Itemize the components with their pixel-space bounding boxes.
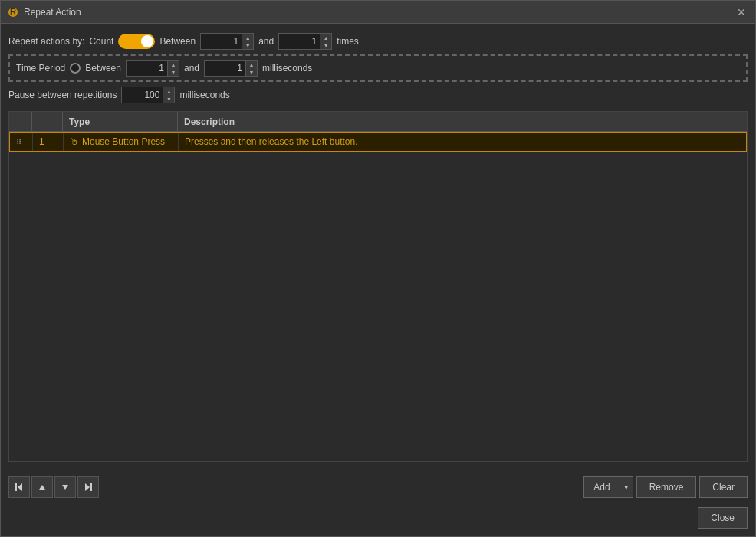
close-window-button[interactable]: ✕ xyxy=(734,5,749,20)
add-button-group: Add ▼ xyxy=(583,476,633,498)
main-content: Repeat actions by: Count Between ▲ ▼ and xyxy=(1,24,755,470)
and-label2: and xyxy=(184,63,199,74)
window-title: Repeat Action xyxy=(24,7,734,18)
count-to-up[interactable]: ▲ xyxy=(320,34,331,41)
time-from-group: ▲ ▼ xyxy=(126,60,179,77)
time-period-row: Time Period Between ▲ ▼ and ▲ xyxy=(16,59,312,77)
count-to-spin: ▲ ▼ xyxy=(320,33,332,50)
table-row[interactable]: ⠿ 1 🖱 Mouse Button Press Presses and the… xyxy=(9,132,747,152)
row-number: 1 xyxy=(33,133,64,151)
count-to-down[interactable]: ▼ xyxy=(320,41,331,49)
col-header-drag xyxy=(9,112,32,131)
repeat-action-window: R Repeat Action ✕ Repeat actions by: Cou… xyxy=(0,0,756,537)
time-from-down[interactable]: ▼ xyxy=(168,68,179,76)
table-body: ⠿ 1 🖱 Mouse Button Press Presses and the… xyxy=(9,132,747,461)
remove-button[interactable]: Remove xyxy=(636,476,697,498)
toggle-thumb xyxy=(141,35,153,47)
time-to-up[interactable]: ▲ xyxy=(246,61,257,68)
window-icon: R xyxy=(7,6,19,18)
count-from-spin: ▲ ▼ xyxy=(242,33,254,50)
nav-last-button[interactable] xyxy=(77,476,99,498)
repeat-by-row: Repeat actions by: Count Between ▲ ▼ and xyxy=(8,31,748,51)
row-type: 🖱 Mouse Button Press xyxy=(64,133,179,151)
time-period-label: Time Period xyxy=(16,63,65,74)
pause-value-input[interactable] xyxy=(121,87,163,103)
milliseconds-label2: milliseconds xyxy=(179,90,229,100)
nav-down-button[interactable] xyxy=(54,476,76,498)
between-label2: Between xyxy=(85,63,121,74)
drag-handle: ⠿ xyxy=(10,133,33,151)
close-bar: Close xyxy=(1,504,755,536)
col-header-desc: Description xyxy=(178,112,747,131)
col-header-num xyxy=(32,112,63,131)
svg-marker-3 xyxy=(18,483,22,491)
between-label1: Between xyxy=(159,36,196,47)
mouse-button-icon: 🖱 xyxy=(70,136,79,147)
count-to-group: ▲ ▼ xyxy=(278,33,332,50)
pause-value-group: ▲ ▼ xyxy=(121,87,175,103)
repeat-by-label: Repeat actions by: xyxy=(8,36,84,47)
add-button[interactable]: Add xyxy=(583,476,619,498)
row-description: Presses and then releases the Left butto… xyxy=(179,133,746,151)
time-to-group: ▲ ▼ xyxy=(204,60,258,77)
count-from-input[interactable] xyxy=(200,33,242,50)
table-header: Type Description xyxy=(9,112,747,132)
time-period-radio[interactable] xyxy=(70,63,81,74)
svg-text:R: R xyxy=(10,7,17,18)
nav-up-button[interactable] xyxy=(31,476,53,498)
time-to-down[interactable]: ▼ xyxy=(246,68,257,76)
time-from-spin: ▲ ▼ xyxy=(168,60,179,77)
action-buttons: Add ▼ Remove Clear xyxy=(583,476,748,498)
svg-marker-7 xyxy=(85,483,90,491)
svg-rect-2 xyxy=(15,483,17,491)
options-area: Repeat actions by: Count Between ▲ ▼ and xyxy=(8,31,748,105)
title-bar: R Repeat Action ✕ xyxy=(1,1,755,24)
milliseconds-label1: milliseconds xyxy=(262,63,312,74)
svg-marker-5 xyxy=(62,485,68,490)
add-dropdown-button[interactable]: ▼ xyxy=(620,476,633,498)
pause-spin: ▲ ▼ xyxy=(163,87,175,103)
time-to-spin: ▲ ▼ xyxy=(246,60,258,77)
bottom-bar: Add ▼ Remove Clear xyxy=(1,470,755,504)
pause-up[interactable]: ▲ xyxy=(163,87,174,95)
count-to-input[interactable] xyxy=(278,33,320,50)
clear-button[interactable]: Clear xyxy=(699,476,748,498)
pause-label: Pause between repetitions xyxy=(8,90,117,100)
svg-marker-4 xyxy=(39,485,45,490)
times-label: times xyxy=(337,36,359,47)
svg-rect-6 xyxy=(90,483,92,491)
count-from-down[interactable]: ▼ xyxy=(242,41,253,49)
pause-row: Pause between repetitions ▲ ▼ millisecon… xyxy=(8,85,748,105)
count-from-up[interactable]: ▲ xyxy=(242,34,253,41)
drag-icon: ⠿ xyxy=(16,138,20,146)
count-label: Count xyxy=(89,36,113,47)
close-button[interactable]: Close xyxy=(698,507,748,529)
count-toggle[interactable] xyxy=(118,34,155,49)
time-to-input[interactable] xyxy=(204,60,246,77)
time-from-up[interactable]: ▲ xyxy=(168,61,179,68)
actions-table: Type Description ⠿ 1 🖱 Mouse Button Pres… xyxy=(8,111,748,462)
pause-down[interactable]: ▼ xyxy=(163,95,174,103)
col-header-type: Type xyxy=(63,112,178,131)
time-period-box: Time Period Between ▲ ▼ and ▲ xyxy=(8,54,748,82)
and-label1: and xyxy=(258,36,274,47)
nav-first-button[interactable] xyxy=(8,476,30,498)
count-from-group: ▲ ▼ xyxy=(200,33,254,50)
nav-buttons xyxy=(8,476,99,498)
time-from-input[interactable] xyxy=(126,60,168,77)
